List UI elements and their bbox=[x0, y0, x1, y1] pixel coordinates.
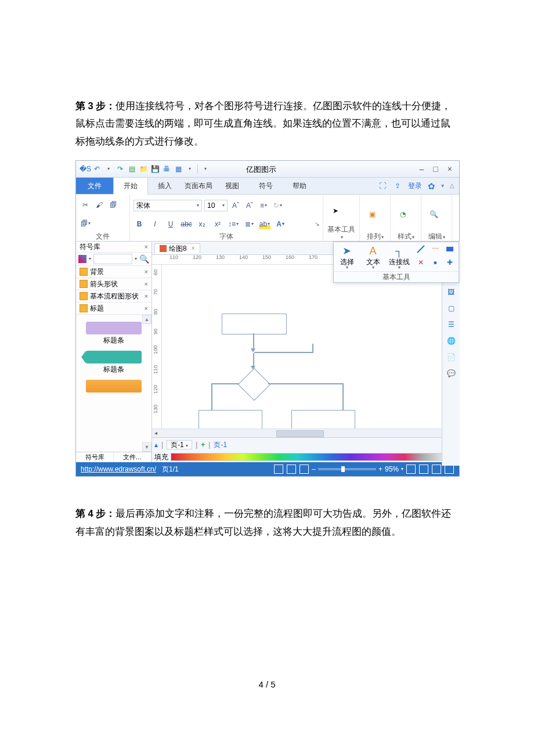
shapelist-scroll-down-icon[interactable]: ▼ bbox=[142, 442, 151, 452]
rotate-text-icon[interactable]: ↻ bbox=[272, 200, 283, 211]
tab-file[interactable]: 文件 bbox=[76, 178, 113, 194]
tool-delete-icon[interactable]: ✕ bbox=[413, 257, 428, 268]
side-list-icon[interactable]: ☰ bbox=[445, 318, 457, 331]
collapse-ribbon-icon[interactable]: △ bbox=[450, 183, 454, 189]
side-picture-icon[interactable]: 🖼 bbox=[445, 286, 457, 298]
export-icon[interactable]: ▦ bbox=[174, 164, 183, 174]
tab-symbol[interactable]: 符号 bbox=[249, 178, 283, 194]
library-picker-icon[interactable] bbox=[78, 255, 86, 263]
document-tab-close-icon[interactable]: × bbox=[192, 246, 195, 251]
underline-icon[interactable]: U bbox=[165, 219, 176, 229]
bullets-icon[interactable]: ≣ bbox=[243, 219, 255, 229]
symbol-section-background[interactable]: 背景× bbox=[76, 266, 151, 278]
tool-circle-icon[interactable]: ● bbox=[428, 257, 442, 268]
flow-connector[interactable] bbox=[342, 383, 344, 410]
symbol-section-arrows[interactable]: 箭头形状× bbox=[76, 278, 151, 290]
undo-icon[interactable]: ↶ bbox=[92, 164, 102, 174]
find-icon[interactable]: 🔍 bbox=[425, 207, 442, 221]
fit-actual-icon[interactable] bbox=[432, 465, 441, 474]
pointer-tool-icon[interactable]: ➤ bbox=[327, 204, 344, 218]
ribbon-group-style-label[interactable]: 样式 bbox=[394, 232, 417, 240]
flow-process-left[interactable] bbox=[199, 410, 262, 429]
tab-start[interactable]: 开始 bbox=[113, 178, 148, 195]
document-tab[interactable]: 绘图8 × bbox=[154, 243, 200, 254]
ribbon-group-arrange-label[interactable]: 排列 bbox=[363, 232, 387, 240]
flow-connector[interactable] bbox=[254, 352, 312, 353]
font-color-icon[interactable]: A bbox=[275, 219, 286, 229]
minimize-button[interactable]: – bbox=[420, 165, 424, 173]
shape-item-title-purple[interactable]: 标题条 bbox=[77, 318, 150, 347]
new-doc-icon[interactable]: ▤ bbox=[127, 164, 136, 174]
scroll-left-icon[interactable]: ◂ bbox=[152, 429, 159, 437]
flow-connector[interactable] bbox=[312, 344, 313, 353]
page-tab-selector[interactable]: 页-1 ▾ bbox=[167, 440, 192, 449]
tool-connector[interactable]: ┐连接线▾ bbox=[386, 242, 412, 271]
symbol-tab-file[interactable]: 文件… bbox=[114, 452, 151, 462]
ribbon-group-basictools-label[interactable]: 基本工具 bbox=[327, 225, 356, 240]
symbol-tab-library[interactable]: 符号库 bbox=[76, 452, 114, 462]
tab-layout[interactable]: 页面布局 bbox=[182, 178, 215, 194]
strike-icon[interactable]: abc bbox=[181, 219, 192, 229]
flow-connector[interactable] bbox=[253, 353, 254, 367]
align-icon[interactable]: ≡ bbox=[258, 200, 269, 211]
print-icon[interactable]: 🖶 bbox=[162, 164, 171, 174]
style-icon[interactable]: ◔ bbox=[394, 207, 412, 221]
status-url-link[interactable]: http://www.edrawsoft.cn/ bbox=[81, 466, 156, 473]
bold-icon[interactable]: B bbox=[134, 219, 145, 229]
symbol-library-close-icon[interactable]: × bbox=[145, 244, 148, 250]
side-globe-icon[interactable]: 🌐 bbox=[445, 334, 457, 347]
flow-connector[interactable] bbox=[253, 333, 254, 350]
flow-connector[interactable] bbox=[268, 383, 344, 384]
italic-icon[interactable]: I bbox=[149, 219, 161, 229]
flow-connector[interactable] bbox=[211, 383, 239, 384]
view-mode-normal-icon[interactable] bbox=[274, 465, 283, 474]
canvas-horizontal-scrollbar[interactable]: ◂ ▸ bbox=[152, 429, 459, 437]
login-link[interactable]: 登录 bbox=[408, 182, 422, 189]
tool-select[interactable]: ➤选择▾ bbox=[334, 242, 360, 271]
zoom-out-icon[interactable]: – bbox=[312, 466, 316, 473]
arrange-icon[interactable]: ▣ bbox=[363, 207, 381, 221]
search-icon[interactable]: 🔍 bbox=[139, 255, 149, 263]
save-icon[interactable]: 💾 bbox=[150, 164, 160, 174]
gear-dropdown-icon[interactable]: ▾ bbox=[441, 183, 444, 189]
paste-icon[interactable]: 🗐 bbox=[80, 218, 91, 229]
zoom-slider[interactable] bbox=[318, 468, 376, 470]
font-size-select[interactable]: 10▾ bbox=[204, 200, 228, 211]
flow-decision[interactable] bbox=[238, 368, 269, 399]
tool-text[interactable]: A文本▾ bbox=[360, 242, 386, 271]
zoom-value[interactable]: 95% bbox=[385, 466, 399, 473]
export-dropdown-icon[interactable]: ▾ bbox=[185, 164, 194, 174]
fit-width-icon[interactable] bbox=[419, 465, 428, 474]
qat-customize-icon[interactable]: ▾ bbox=[201, 164, 210, 174]
undo-dropdown-icon[interactable]: ▾ bbox=[104, 164, 113, 174]
flow-process-right[interactable] bbox=[291, 410, 355, 429]
subscript-icon[interactable]: x₂ bbox=[196, 219, 208, 229]
library-picker-dropdown-icon[interactable]: ▾ bbox=[89, 257, 91, 261]
tool-crop-icon[interactable]: ✚ bbox=[443, 257, 457, 268]
fill-color-gradient[interactable] bbox=[171, 453, 459, 461]
shape-item-title-orange[interactable] bbox=[77, 376, 150, 398]
close-button[interactable]: × bbox=[448, 165, 452, 173]
tab-insert[interactable]: 插入 bbox=[148, 178, 182, 194]
drawing-canvas[interactable]: 60 70 80 90 100 110 120 130 bbox=[152, 265, 459, 429]
tool-rect-icon[interactable] bbox=[443, 243, 457, 255]
line-spacing-icon[interactable]: ↕≡ bbox=[228, 219, 239, 229]
tool-curve-icon[interactable]: 〰 bbox=[428, 243, 442, 255]
symbol-section-titles[interactable]: 标题× bbox=[76, 303, 151, 315]
open-folder-icon[interactable]: 📁 bbox=[139, 164, 148, 174]
format-painter-icon[interactable]: 🖌 bbox=[93, 200, 105, 210]
fullscreen-icon[interactable]: ⛶ bbox=[378, 181, 387, 190]
symbol-section-flowchart[interactable]: 基本流程图形状× bbox=[76, 290, 151, 303]
scrollbar-thumb[interactable] bbox=[276, 430, 324, 437]
symbol-search-dropdown-icon[interactable]: ▾ bbox=[135, 257, 137, 261]
view-mode-outline-icon[interactable] bbox=[287, 465, 296, 474]
tab-view[interactable]: 视图 bbox=[215, 178, 249, 194]
shrink-font-icon[interactable]: Aˇ bbox=[244, 200, 255, 211]
share-icon[interactable]: ⇪ bbox=[393, 181, 402, 190]
ribbon-group-edit-label[interactable]: 编辑 bbox=[425, 232, 448, 240]
view-mode-read-icon[interactable] bbox=[300, 465, 309, 474]
copy-icon[interactable]: 🗐 bbox=[107, 200, 119, 210]
page-first-icon[interactable]: ▴ bbox=[154, 441, 158, 448]
cut-icon[interactable]: ✂ bbox=[80, 200, 91, 210]
superscript-icon[interactable]: x² bbox=[212, 219, 223, 229]
